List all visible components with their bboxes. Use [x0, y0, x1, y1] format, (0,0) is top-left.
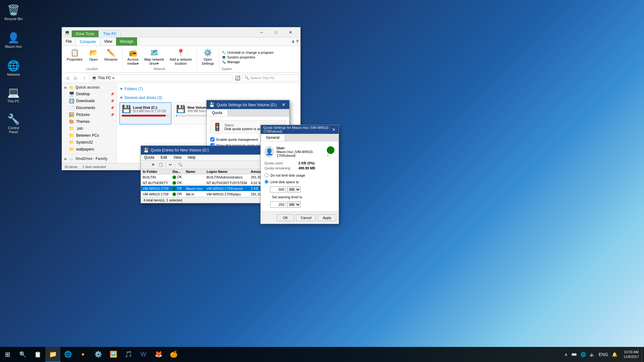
taskbar-app-other[interactable]: 🍊	[166, 347, 181, 362]
ribbon-collapse-btn[interactable]: ∧	[291, 39, 295, 44]
qe-properties-btn[interactable]: 📋	[157, 161, 164, 168]
taskbar-task-view-btn[interactable]: 📋	[30, 347, 45, 362]
quota-tab[interactable]: Quota	[207, 109, 228, 116]
start-button[interactable]: ⊞	[0, 347, 15, 362]
desktop-icon-control-panel[interactable]: 🔧 Control Panel	[3, 112, 25, 135]
qe-row-mah[interactable]: VM-WIN10-1709 ⬤ OK Ma H VM-WIN10-1709\pi…	[141, 191, 273, 197]
address-path[interactable]: 💻 This PC ▶	[90, 74, 232, 81]
uqd-cancel-button[interactable]: Cancel	[296, 214, 316, 221]
uqd-apply-button[interactable]: Apply	[318, 214, 336, 221]
tab-this-pc[interactable]: This PC	[99, 30, 121, 37]
sidebar-item-themes[interactable]: 🎨 Themes	[62, 118, 117, 125]
minimize-button[interactable]: ─	[254, 27, 269, 37]
sidebar-quick-access[interactable]: ▶ ⭐ Quick access	[62, 84, 117, 90]
rename-button[interactable]: ✏️ Rename	[102, 48, 120, 63]
taskbar-arrow-icon[interactable]: ∧	[563, 351, 569, 358]
warning-value-input[interactable]	[270, 201, 286, 208]
forward-button[interactable]: ▷	[72, 74, 80, 82]
sidebar-item-wallpapers[interactable]: 📁 wallpapers	[62, 146, 117, 153]
sidebar-onedrive[interactable]: ▶ ☁️ OneDrive - Family	[62, 156, 117, 162]
qe-undo-btn[interactable]: ↩	[167, 161, 174, 168]
taskbar-app-chrome[interactable]: ●	[75, 347, 91, 362]
qe-delete-btn[interactable]: ✕	[150, 161, 157, 168]
taskbar-notifications-icon[interactable]: 🔔	[611, 351, 619, 358]
manage-link[interactable]: 🔩 Manage	[222, 60, 274, 64]
uninstall-icon: 🔧	[222, 51, 226, 55]
taskbar-keyboard-icon[interactable]: ⌨️	[570, 351, 578, 358]
open-button[interactable]: 📂 Open	[86, 48, 101, 63]
no-limit-radio[interactable]	[264, 173, 269, 177]
recycle-bin-icon: 🗑️	[7, 4, 20, 16]
drive-local-c[interactable]: 💾 Local Disk (C:) 513 MB free of 7.19 GB	[119, 102, 171, 124]
desktop-icon-this-pc[interactable]: 💻 This PC	[3, 85, 25, 105]
taskbar-volume-icon[interactable]: 🔈	[588, 351, 596, 358]
uqd-ok-button[interactable]: OK	[277, 214, 294, 221]
taskbar-app-edge[interactable]: 🌐	[60, 347, 75, 362]
ribbon-tab-file[interactable]: File	[62, 37, 75, 46]
up-button[interactable]: ↑	[81, 74, 88, 82]
taskbar-show-desktop-btn[interactable]	[641, 347, 644, 362]
close-button[interactable]: ✕	[283, 27, 298, 37]
properties-button[interactable]: 📋 Properties	[64, 48, 85, 63]
sidebar-item-downloads[interactable]: ⬇️ Downloads 📌	[62, 97, 117, 104]
desktop-icon-mauro-huc[interactable]: 👤 Mauro Huc	[3, 30, 25, 50]
maximize-button[interactable]: □	[269, 27, 283, 37]
sidebar-item-desktop[interactable]: 🖥️ Desktop 📌	[62, 90, 117, 97]
sidebar-item-documents[interactable]: 📄 Documents 📌	[62, 104, 117, 111]
qe-menu-help[interactable]: Help	[185, 155, 199, 160]
desktop-icon-recycle-bin[interactable]: 🗑️ Recycle Bin	[3, 3, 25, 22]
taskbar-app-media[interactable]: 🎵	[121, 347, 136, 362]
sidebar-item-ssh[interactable]: 📁 .ssh	[62, 125, 117, 132]
back-button[interactable]: ◁	[63, 74, 71, 82]
taskbar-app-file-explorer[interactable]: 📁	[45, 347, 60, 362]
warning-row: Set warning level to	[264, 195, 335, 199]
tab-drive-tools[interactable]: Drive Tools	[72, 30, 98, 37]
qe-row-builtin[interactable]: BUILTIN ⬤ OK BUILTIN\Administrators 291.…	[141, 174, 273, 180]
limit-radio[interactable]	[264, 180, 269, 184]
warning-unit-select[interactable]: KB MB GB	[287, 201, 301, 208]
taskbar-clock[interactable]: 10:30 AM 11/8/2017	[621, 350, 641, 359]
clock-time: 10:30 AM	[624, 350, 639, 354]
map-network-drive-button[interactable]: 🗺️ Map networkdrive▾	[142, 48, 166, 67]
qe-menu-quota[interactable]: Quota	[141, 155, 158, 160]
qe-row-mauro[interactable]: VM-WIN10-1709 ⬤ OK Mauro Huc VM-WIN10-17…	[141, 186, 273, 191]
qe-row-nt-authority[interactable]: NT AUTHORITY ⬤ OK NT AUTHORITY\SYSTEM 4.…	[141, 180, 273, 186]
taskbar-network-icon[interactable]: 🌐	[579, 351, 587, 358]
search-box[interactable]: 🔍 Search This PC	[242, 74, 299, 81]
access-media-button[interactable]: 📻 Accessmedia▾	[125, 48, 141, 67]
quota-status-text: Disk quota system is active	[225, 127, 266, 131]
settings-buttons: ⚙️ OpenSettings	[199, 48, 216, 70]
limit-value-input[interactable]	[270, 186, 286, 193]
taskbar-lang-icon[interactable]: ENG	[597, 351, 609, 358]
sidebar-item-between-pcs[interactable]: 📁 Between PCs	[62, 132, 117, 139]
sidebar-item-pictures[interactable]: 🖼️ Pictures 📌	[62, 111, 117, 118]
user-quota-title-bar: Quota Settings for Mauro Huc (VM-WIN10-1…	[261, 125, 339, 134]
qe-search-btn[interactable]: 🔍	[177, 161, 184, 168]
refresh-button[interactable]: 🔄	[234, 74, 241, 82]
taskbar-search-btn[interactable]: 🔍	[15, 347, 30, 362]
enable-quota-checkbox[interactable]	[210, 137, 214, 141]
qe-menu-view[interactable]: View	[170, 155, 185, 160]
taskbar-app-firefox[interactable]: 🦊	[151, 347, 166, 362]
quota-dialog-close-btn[interactable]: ✕	[280, 102, 287, 107]
sidebar-item-system32[interactable]: 📁 System32	[62, 139, 117, 146]
desktop-icon-network[interactable]: 🌐 Network	[3, 58, 25, 78]
uqd-tab-general[interactable]: General	[261, 134, 285, 141]
folders-header[interactable]: ▼ Folders (7)	[119, 85, 298, 92]
uninstall-link[interactable]: 🔧 Uninstall or change a program	[222, 51, 274, 55]
open-settings-button[interactable]: ⚙️ OpenSettings	[199, 48, 216, 67]
taskbar-app-word[interactable]: W	[136, 347, 151, 362]
limit-unit-select[interactable]: KB MB GB	[287, 186, 301, 193]
qe-new-btn[interactable]: 📄	[142, 161, 149, 168]
taskbar-app-photos[interactable]: 🖼️	[106, 347, 121, 362]
system-props-link[interactable]: 💻 System properties	[222, 55, 274, 59]
qe-menu-edit[interactable]: Edit	[158, 155, 170, 160]
ribbon-tab-view[interactable]: View	[100, 37, 116, 46]
ribbon-help-btn[interactable]: ?	[296, 39, 298, 44]
ribbon-tab-manage[interactable]: Manage	[116, 37, 137, 46]
system32-icon: 📁	[69, 140, 74, 145]
add-network-location-button[interactable]: 📍 Add a networklocation	[168, 48, 194, 67]
user-quota-close-btn[interactable]: ✕	[331, 127, 336, 132]
taskbar-app-settings[interactable]: ⚙️	[91, 347, 106, 362]
ribbon-tab-computer[interactable]: Computer	[75, 37, 100, 46]
